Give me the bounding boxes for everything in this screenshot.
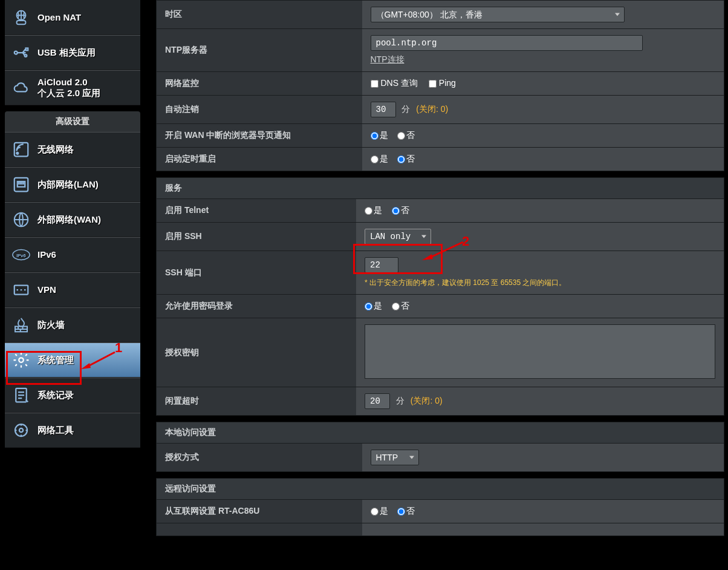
nav-group-advanced: 高级设置 无线网络 内部网络(LAN) 外部网络(WAN) IPv6 IPv6 … [5, 111, 140, 448]
svg-point-6 [16, 152, 18, 154]
auth-method-select[interactable]: HTTP [371, 450, 419, 465]
nav-wireless[interactable]: 无线网络 [5, 132, 140, 167]
nav-vpn[interactable]: VPN [5, 272, 140, 307]
svg-point-14 [19, 358, 24, 362]
nav-label: IPv6 [37, 249, 134, 260]
row-idle-label: 闲置超时 [157, 387, 357, 416]
telnet-no[interactable]: 否 [392, 205, 409, 215]
row-ntp-label: NTP服务器 [157, 29, 362, 72]
from-internet-yes[interactable]: 是 [371, 506, 388, 516]
dns-query-checkbox-label[interactable]: DNS 查询 [371, 78, 418, 88]
usb-icon [11, 42, 31, 63]
auto-logout-input[interactable] [371, 102, 396, 117]
unit-text: 分 [401, 104, 410, 114]
nav-label: VPN [37, 284, 134, 295]
settings-table-local: 本地访问设置 授权方式 HTTP [156, 422, 724, 472]
log-icon [11, 385, 31, 405]
wifi-icon [11, 139, 31, 160]
telnet-yes[interactable]: 是 [365, 205, 382, 215]
row-autologout-label: 自动注销 [157, 96, 362, 124]
nav-aicloud[interactable]: AiCloud 2.0 个人云 2.0 应用 [5, 70, 140, 105]
nav-label: 防火墙 [37, 319, 134, 330]
nav-wan[interactable]: 外部网络(WAN) [5, 202, 140, 237]
nav-label: 外部网络(WAN) [37, 214, 134, 225]
ntp-link[interactable]: NTP连接 [371, 54, 405, 65]
ntp-server-input[interactable] [371, 35, 643, 51]
nav-label: 无线网络 [37, 144, 134, 155]
nav-label: AiCloud 2.0 个人云 2.0 应用 [37, 77, 134, 99]
svg-point-2 [15, 51, 18, 54]
row-authkey-label: 授权密钥 [157, 318, 357, 387]
local-header: 本地访问设置 [157, 422, 724, 444]
svg-rect-7 [15, 178, 28, 192]
cloud-icon [11, 77, 31, 98]
main-panel: 时区 （GMT+08:00） 北京，香港 NTP服务器 NTP连接 网络监控 D… [156, 0, 724, 536]
annotation-number-2: 2 [462, 234, 469, 249]
svg-text:IPv6: IPv6 [16, 253, 25, 258]
sched-reboot-no[interactable]: 否 [397, 154, 415, 163]
row-timezone-label: 时区 [157, 1, 362, 29]
row-netmonitor-label: 网络监控 [157, 72, 362, 96]
ping-checkbox[interactable] [429, 80, 437, 88]
settings-table-remote: 远程访问设置 从互联网设置 RT-AC86U 是 否 [156, 478, 724, 536]
svg-point-4 [25, 54, 27, 57]
nav-lan[interactable]: 内部网络(LAN) [5, 167, 140, 202]
settings-table-service: 服务 启用 Telnet 是 否 启用 SSH LAN only SSH 端口 … [156, 177, 724, 416]
sidebar: Open NAT USB 相关应用 AiCloud 2.0 个人云 2.0 应用… [5, 0, 140, 454]
row-sched-reboot-label: 启动定时重启 [157, 148, 362, 171]
firewall-icon [11, 315, 31, 335]
svg-point-16 [15, 424, 27, 436]
chk-text: DNS 查询 [381, 78, 418, 88]
row-wan-notify-label: 开启 WAN 中断的浏览器导页通知 [157, 124, 362, 148]
nav-label: 系统管理 [37, 355, 134, 365]
chk-text: Ping [439, 78, 456, 88]
hint-text: (关闭: 0) [416, 104, 448, 114]
nav-label: 系统记录 [37, 390, 134, 401]
annotation-number-1: 1 [115, 340, 122, 356]
ping-checkbox-label[interactable]: Ping [429, 78, 456, 88]
pwlogin-no[interactable]: 否 [392, 301, 409, 310]
sched-reboot-yes[interactable]: 是 [371, 154, 388, 163]
empty-row [157, 523, 362, 536]
vpn-icon [11, 280, 31, 300]
ssh-port-input[interactable] [365, 257, 398, 273]
nav-open-nat[interactable]: Open NAT [5, 0, 140, 35]
row-pwlogin-label: 允许使用密码登录 [157, 295, 357, 318]
row-ssh-label: 启用 SSH [157, 223, 357, 251]
tools-icon [11, 420, 31, 441]
remote-header: 远程访问设置 [157, 479, 724, 500]
settings-table-basic: 时区 （GMT+08:00） 北京，香港 NTP服务器 NTP连接 网络监控 D… [156, 0, 724, 171]
gear-icon [11, 350, 31, 370]
hint-text: (关闭: 0) [411, 396, 443, 405]
nav-label: Open NAT [37, 12, 134, 23]
svg-rect-1 [17, 21, 26, 24]
ssh-port-note: * 出于安全方面的考虑，建议使用 1025 至 65535 之间的端口。 [365, 278, 715, 288]
gamepad-globe-icon [11, 7, 31, 28]
wan-notify-no[interactable]: 否 [397, 130, 415, 140]
nav-ipv6[interactable]: IPv6 IPv6 [5, 237, 140, 272]
nav-system-log[interactable]: 系统记录 [5, 378, 140, 413]
from-internet-no[interactable]: 否 [397, 506, 415, 516]
ipv6-icon: IPv6 [11, 244, 31, 265]
auth-key-textarea[interactable] [365, 324, 715, 379]
unit-text: 分 [396, 396, 405, 405]
nav-group-general: Open NAT USB 相关应用 AiCloud 2.0 个人云 2.0 应用 [5, 0, 140, 105]
svg-point-17 [19, 428, 23, 432]
idle-timeout-input[interactable] [365, 393, 390, 409]
nav-firewall[interactable]: 防火墙 [5, 307, 140, 342]
advanced-settings-header: 高级设置 [5, 111, 140, 132]
lan-icon [11, 174, 31, 195]
nav-label: USB 相关应用 [37, 47, 134, 58]
nav-label: 网络工具 [37, 425, 134, 436]
svg-rect-3 [26, 48, 28, 51]
timezone-select[interactable]: （GMT+08:00） 北京，香港 [371, 7, 625, 22]
nav-network-tools[interactable]: 网络工具 [5, 413, 140, 448]
ssh-select[interactable]: LAN only [365, 229, 431, 244]
pwlogin-yes[interactable]: 是 [365, 301, 382, 310]
service-header: 服务 [157, 178, 724, 199]
wan-notify-yes[interactable]: 是 [371, 130, 388, 140]
dns-query-checkbox[interactable] [371, 80, 379, 88]
nav-usb[interactable]: USB 相关应用 [5, 35, 140, 70]
row-authmethod-label: 授权方式 [157, 444, 362, 472]
row-telnet-label: 启用 Telnet [157, 199, 357, 223]
